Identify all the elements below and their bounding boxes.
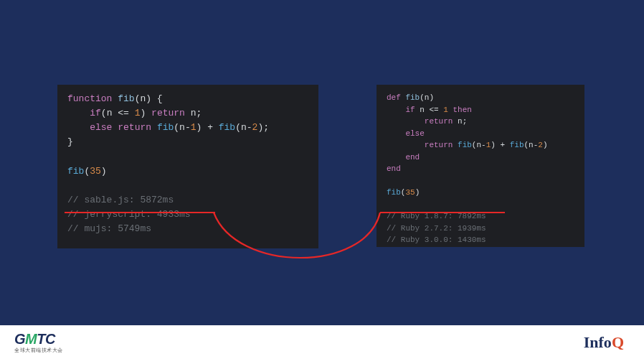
bench-ruby300: // Ruby 3.0.0: 1430ms xyxy=(387,236,486,244)
code-block-ruby: def fib(n) if n <= 1 then return n; else… xyxy=(377,85,584,247)
underline-right xyxy=(380,212,505,213)
fn-name-fib: fib xyxy=(118,93,134,104)
footer-bar: GMTC 全球大前端技术大会 InfoQ xyxy=(0,325,644,359)
gmtc-subtitle: 全球大前端技术大会 xyxy=(14,347,63,354)
slide-background: function fib(n) { if(n <= 1) return n; e… xyxy=(0,0,644,325)
underline-left xyxy=(65,212,215,213)
bench-sablejs: // sable.js: 5872ms xyxy=(67,195,174,205)
bench-mujs: // mujs: 5749ms xyxy=(67,223,151,234)
bench-ruby272: // Ruby 2.7.2: 1939ms xyxy=(387,224,486,233)
code-block-javascript: function fib(n) { if(n <= 1) return n; e… xyxy=(57,85,318,248)
bench-jerryscript: // jerryscript: 4933ms xyxy=(67,209,191,220)
kw-function: function xyxy=(67,93,112,104)
gmtc-logo: GMTC 全球大前端技术大会 xyxy=(14,331,63,354)
infoq-logo: InfoQ xyxy=(584,333,624,352)
